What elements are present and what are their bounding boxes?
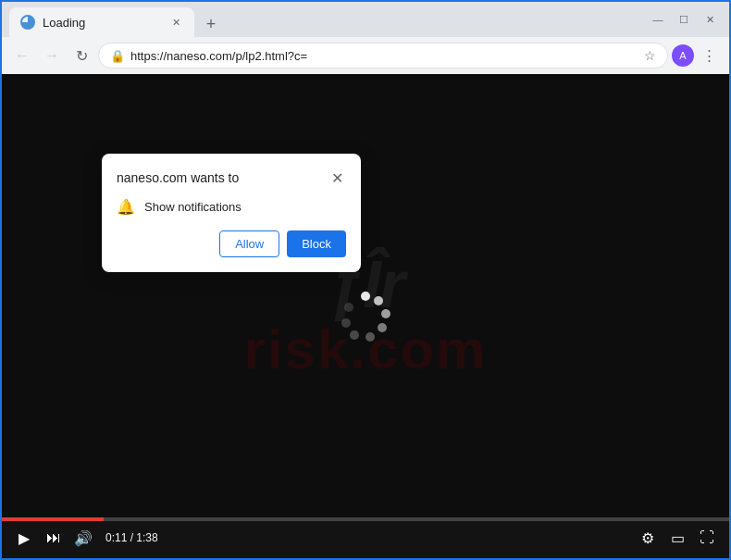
popup-option: 🔔 Show notifications <box>117 198 346 216</box>
popup-header: naneso.com wants to ✕ <box>117 168 346 187</box>
play-icon: ▶ <box>19 529 30 547</box>
next-icon: ⏭ <box>46 529 61 546</box>
browser-window: Loading ✕ + — ☐ ✕ ← → ↻ 🔒 https://naneso… <box>2 2 729 558</box>
tab-title: Loading <box>43 16 161 30</box>
tab-favicon-icon <box>20 15 35 30</box>
minimize-button[interactable]: — <box>646 7 670 31</box>
fullscreen-icon: ⛶ <box>700 529 714 546</box>
notification-popup: naneso.com wants to ✕ 🔔 Show notificatio… <box>102 154 361 272</box>
svg-point-4 <box>366 332 375 342</box>
block-button[interactable]: Block <box>287 230 346 257</box>
nav-right-controls: A ⋮ <box>672 43 722 68</box>
volume-icon: 🔊 <box>74 529 93 547</box>
profile-label: A <box>679 50 686 61</box>
miniplayer-button[interactable]: ▭ <box>666 527 688 549</box>
video-player[interactable]: ƒÎr risk.com <box>2 74 729 558</box>
navigation-bar: ← → ↻ 🔒 https://naneso.com/p/lp2.html?c=… <box>2 37 729 74</box>
notification-option-label: Show notifications <box>144 200 242 214</box>
video-controls: ▶ ⏭ 🔊 0:11 / 1:38 ⚙ ▭ <box>2 517 729 558</box>
back-button[interactable]: ← <box>9 43 35 68</box>
tabs-area: Loading ✕ + <box>9 2 638 37</box>
address-bar[interactable]: 🔒 https://naneso.com/p/lp2.html?c= ☆ <box>98 43 668 68</box>
svg-point-1 <box>374 296 383 305</box>
progress-bar[interactable] <box>2 517 729 521</box>
menu-icon: ⋮ <box>702 47 716 64</box>
maximize-button[interactable]: ☐ <box>672 7 696 31</box>
popup-title-text: naneso.com wants to <box>117 170 239 185</box>
progress-fill <box>2 517 104 521</box>
right-controls: ⚙ ▭ ⛶ <box>637 527 718 549</box>
next-button[interactable]: ⏭ <box>43 527 65 549</box>
svg-point-0 <box>361 292 370 301</box>
miniplayer-icon: ▭ <box>671 529 685 547</box>
popup-actions: Allow Block <box>117 230 346 257</box>
title-bar: Loading ✕ + — ☐ ✕ <box>2 2 729 37</box>
fullscreen-button[interactable]: ⛶ <box>696 527 718 549</box>
loading-spinner <box>338 289 393 344</box>
bookmark-icon[interactable]: ☆ <box>644 48 656 63</box>
forward-button[interactable]: → <box>39 43 65 68</box>
refresh-icon: ↻ <box>76 47 88 65</box>
settings-icon: ⚙ <box>641 529 654 547</box>
refresh-button[interactable]: ↻ <box>68 43 94 68</box>
popup-close-button[interactable]: ✕ <box>328 168 346 187</box>
bell-icon: 🔔 <box>117 198 135 216</box>
time-display: 0:11 / 1:38 <box>105 531 158 544</box>
lock-icon: 🔒 <box>110 49 125 63</box>
profile-button[interactable]: A <box>672 44 694 67</box>
menu-button[interactable]: ⋮ <box>696 43 722 68</box>
forward-icon: → <box>44 47 59 64</box>
svg-point-2 <box>381 309 390 318</box>
back-icon: ← <box>15 47 30 64</box>
url-text: https://naneso.com/p/lp2.html?c= <box>130 49 638 63</box>
allow-button[interactable]: Allow <box>219 230 279 257</box>
new-tab-button[interactable]: + <box>198 11 224 37</box>
svg-point-7 <box>344 303 353 312</box>
svg-point-5 <box>350 330 359 340</box>
close-button[interactable]: ✕ <box>698 7 722 31</box>
window-controls: — ☐ ✕ <box>646 7 722 31</box>
volume-button[interactable]: 🔊 <box>72 527 94 549</box>
play-button[interactable]: ▶ <box>13 527 35 549</box>
svg-point-6 <box>341 318 351 328</box>
svg-point-3 <box>378 323 387 332</box>
page-content: ƒÎr risk.com <box>2 74 729 558</box>
tab-close-button[interactable]: ✕ <box>168 15 183 30</box>
active-tab[interactable]: Loading ✕ <box>9 7 194 37</box>
settings-button[interactable]: ⚙ <box>637 527 659 549</box>
